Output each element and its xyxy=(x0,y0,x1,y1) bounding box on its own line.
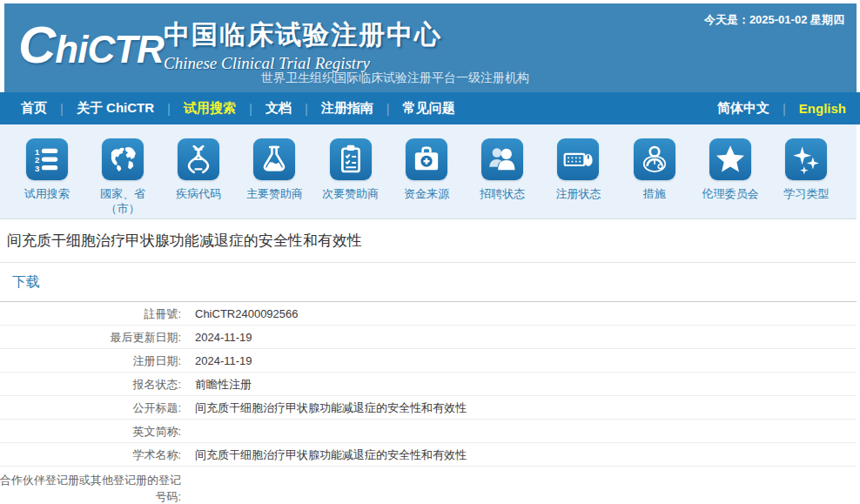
toolbar-item-study-type[interactable]: 学习类型 xyxy=(769,138,844,218)
site-header: ChiCTR 中国临床试验注册中心 Chinese Clinical Trial… xyxy=(4,3,857,92)
table-row-registration-status: 报名状态: 前瞻性注册 xyxy=(0,373,857,396)
toolbar-item-secondary-sponsor[interactable]: 次要赞助商 xyxy=(312,138,388,218)
toolbar-item-label: 招聘状态 xyxy=(480,186,525,201)
row-label: 公开标题: xyxy=(0,400,188,416)
nav-separator: | xyxy=(305,101,308,116)
trial-info-table: 註冊號: ChiCTR2400092566 最后更新日期: 2024-11-19… xyxy=(0,302,857,504)
row-value: 间充质干细胞治疗甲状腺功能减退症的安全性和有效性 xyxy=(188,447,467,463)
toolbar-item-primary-sponsor[interactable]: 主要赞助商 xyxy=(237,138,312,218)
toolbar-item-label: 疾病代码 xyxy=(176,186,221,201)
toolbar-item-interventions[interactable]: 措施 xyxy=(616,138,692,218)
chictr-logo[interactable]: ChiCTR xyxy=(18,21,164,74)
toolbar-item-label: 措施 xyxy=(643,186,666,201)
row-label: 注册日期: xyxy=(0,353,188,369)
people-icon xyxy=(481,138,523,180)
trial-title-row: 间充质干细胞治疗甲状腺功能减退症的安全性和有效性 xyxy=(0,219,857,263)
toolbar-item-label: 次要赞助商 xyxy=(322,186,379,201)
row-label: 註冊號: xyxy=(0,306,188,322)
row-value: 间充质干细胞治疗甲状腺功能减退症的安全性和有效性 xyxy=(188,400,467,416)
table-row-scientific-title: 学术名称: 间充质干细胞治疗甲状腺功能减退症的安全性和有效性 xyxy=(0,443,857,467)
sparkles-icon xyxy=(785,138,827,180)
table-row-last-refreshed: 最后更新日期: 2024-11-19 xyxy=(0,326,857,349)
keyboard-mouse-icon xyxy=(557,138,599,180)
nav-item-documents[interactable]: 文档 xyxy=(265,100,292,117)
main-nav: 首页 | 关于 ChiCTR | 试用搜索 | 文档 | 注册指南 | 常见问题… xyxy=(0,92,860,124)
page-title: 间充质干细胞治疗甲状腺功能减退症的安全性和有效性 xyxy=(7,231,362,251)
toolbar-item-label: 主要赞助商 xyxy=(246,186,303,201)
nav-item-home[interactable]: 首页 xyxy=(21,100,47,117)
svg-text:3: 3 xyxy=(35,164,39,173)
download-row: 下载 xyxy=(0,263,857,302)
who-platform-subtitle: 世界卫生组织国际临床试验注册平台一级注册机构 xyxy=(261,71,529,86)
row-value: 前瞻性注册 xyxy=(188,376,252,393)
doctor-icon xyxy=(634,138,675,180)
table-row-partner-registry-number: 合作伙伴登记册或其他登记册的登记号码: xyxy=(0,467,857,504)
table-row-public-title: 公开标题: 间充质干细胞治疗甲状腺功能减退症的安全性和有效性 xyxy=(0,396,857,420)
numbered-list-icon: 123 xyxy=(26,138,68,180)
site-title-block: 中国临床试验注册中心 Chinese Clinical Trial Regist… xyxy=(164,17,442,73)
toolbar-item-label: 伦理委员会 xyxy=(702,186,759,201)
nav-separator: | xyxy=(386,101,390,116)
world-map-icon xyxy=(102,138,144,180)
toolbar-item-label: 学习类型 xyxy=(783,186,829,201)
flask-icon xyxy=(253,138,295,180)
toolbar-item-trial-search[interactable]: 123 试用搜索 xyxy=(9,138,84,218)
table-row-registration-date: 注册日期: 2024-11-19 xyxy=(0,349,857,373)
toolbar-item-disease-code[interactable]: 疾病代码 xyxy=(161,138,237,218)
dna-icon xyxy=(178,138,219,180)
lang-simplified-chinese[interactable]: 简体中文 xyxy=(717,100,769,117)
nav-item-about[interactable]: 关于 ChiCTR xyxy=(77,100,154,117)
row-value: 2024-11-19 xyxy=(188,329,252,346)
toolbar-item-ethics-committee[interactable]: 伦理委员会 xyxy=(692,138,768,218)
row-label: 报名状态: xyxy=(0,376,188,393)
toolbar-item-recruiting-status[interactable]: 招聘状态 xyxy=(465,138,541,218)
nav-separator: | xyxy=(249,101,252,116)
table-row-registration-number: 註冊號: ChiCTR2400092566 xyxy=(0,302,857,326)
search-filter-toolbar: 123 试用搜索 國家、省（市） 疾病代码 主要赞助商 次要赞助商 资金来源 xyxy=(0,124,857,219)
site-title-chinese: 中国临床试验注册中心 xyxy=(164,17,442,53)
row-label: 最后更新日期: xyxy=(0,329,188,346)
toolbar-item-label: 资金来源 xyxy=(404,186,449,201)
current-date: 今天是：2025-01-02 星期四 xyxy=(704,12,844,28)
toolbar-item-registration-status[interactable]: 注册状态 xyxy=(541,138,616,218)
toolbar-item-country-province[interactable]: 國家、省（市） xyxy=(84,138,160,218)
row-label: 学术名称: xyxy=(0,447,188,463)
nav-item-faq[interactable]: 常见问题 xyxy=(403,100,455,117)
table-row-english-acronym: 英文简称: xyxy=(0,420,857,443)
toolbar-item-label: 注册状态 xyxy=(555,186,601,201)
toolbar-item-funding-source[interactable]: 资金来源 xyxy=(388,138,464,218)
toolbar-item-label: 试用搜索 xyxy=(24,186,70,201)
star-icon xyxy=(709,138,751,180)
clipboard-checklist-icon xyxy=(330,138,372,180)
nav-item-registration-guide[interactable]: 注册指南 xyxy=(321,100,373,117)
toolbar-item-label: 國家、省（市） xyxy=(97,186,149,216)
row-label: 合作伙伴登记册或其他登记册的登记号码: xyxy=(0,472,188,504)
medical-bag-icon xyxy=(406,138,447,180)
nav-item-trial-search[interactable]: 试用搜索 xyxy=(184,100,236,117)
nav-separator: | xyxy=(167,101,171,116)
row-label: 英文简称: xyxy=(0,423,188,440)
row-value: 2024-11-19 xyxy=(188,353,252,369)
download-link[interactable]: 下载 xyxy=(12,273,40,292)
lang-english[interactable]: English xyxy=(799,101,846,116)
nav-separator: | xyxy=(60,101,64,116)
nav-separator: | xyxy=(783,101,786,116)
row-value: ChiCTR2400092566 xyxy=(188,306,299,322)
